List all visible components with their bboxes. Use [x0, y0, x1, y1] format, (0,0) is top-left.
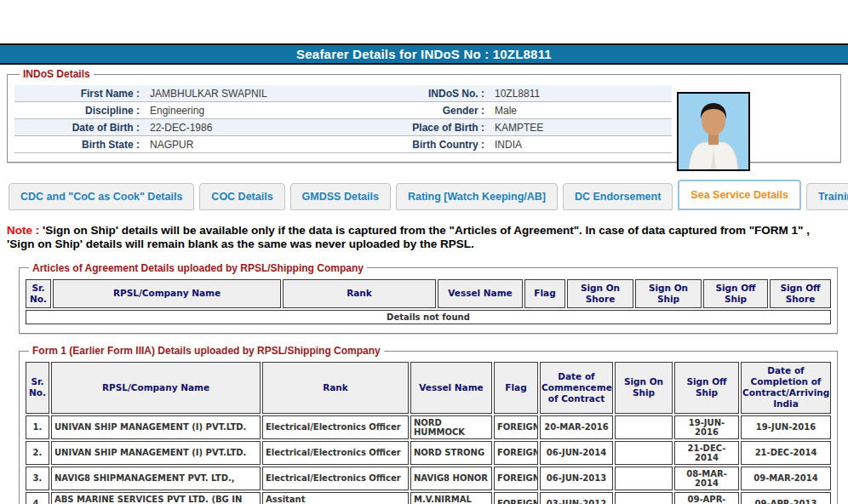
table-row: 3. NAVIG8 SHIPMANAGEMENT PVT. LTD., Elec… — [26, 467, 831, 490]
articles-of-agreement-legend: Articles of Agreement Details uploaded b… — [29, 262, 367, 274]
first-name-label: First Name : — [14, 88, 146, 100]
birth-state-value: NAGPUR — [146, 139, 393, 151]
sign-off-ship: 09-APR-2013 — [674, 492, 739, 504]
commencement-date: 20-MAR-2016 — [540, 415, 613, 439]
completion-date: 19-JUN-2016 — [741, 415, 831, 439]
seafarer-photo — [677, 92, 750, 171]
info-row-discipline: Discipline : Engineering Gender : Male — [14, 102, 672, 119]
rank: Electrical/Electronics Officer — [262, 467, 409, 490]
vessel-name: NAVIG8 HONOR — [410, 467, 492, 490]
articles-header-row: Sr. No. RPSL/Company Name Rank Vessel Na… — [26, 279, 831, 308]
table-row: 2. UNIVAN SHIP MANAGEMENT (I) PVT.LTD. E… — [26, 441, 831, 465]
birth-state-label: Birth State : — [14, 139, 146, 151]
sign-off-ship: 19-JUN-2016 — [674, 415, 739, 439]
completion-date: 09-APR-2013 — [741, 492, 831, 504]
col-sign-off-ship: Sign Off Ship — [703, 279, 768, 308]
company-name: UNIVAN SHIP MANAGEMENT (I) PVT.LTD. — [51, 441, 261, 465]
tab-rating-watch-keeping[interactable]: Rating [Watch Keeping/AB] — [396, 183, 558, 210]
articles-of-agreement-panel: Articles of Agreement Details uploaded b… — [19, 262, 838, 334]
detail-tabs: CDC and "CoC as Cook" Details COC Detail… — [9, 180, 848, 210]
sr-no: 3. — [26, 467, 49, 490]
sign-on-ship — [615, 415, 673, 439]
col-rank: Rank — [283, 279, 436, 308]
flag: FOREIGN — [494, 467, 538, 490]
commencement-date: 03-JUN-2012 — [540, 492, 613, 504]
tab-cdc-coc-cook[interactable]: CDC and "CoC as Cook" Details — [9, 183, 194, 210]
col-vessel-name: Vessel Name — [438, 279, 523, 308]
tab-dc-endorsement[interactable]: DC Endorsement — [563, 183, 673, 210]
completion-date: 21-DEC-2014 — [741, 441, 831, 465]
sign-off-ship: 21-DEC-2014 — [674, 441, 739, 465]
sign-on-ship — [615, 467, 673, 490]
col-sign-on-shore: Sign On Shore — [567, 279, 633, 308]
gender-value: Male — [491, 105, 672, 117]
first-name-value: JAMBHULKAR SWAPNIL — [146, 88, 393, 100]
note-text: 'Sign on Ship' details will be available… — [7, 224, 810, 250]
discipline-label: Discipline : — [14, 105, 146, 117]
sr-no: 1. — [26, 415, 49, 439]
birth-country-label: Birth Country : — [393, 139, 491, 151]
note-prefix: Note : — [7, 224, 39, 237]
tab-training-details[interactable]: Training Details — [806, 183, 848, 210]
commencement-date: 06-JUN-2013 — [540, 467, 613, 490]
col-flag: Flag — [494, 362, 538, 414]
info-row-birth: Date of Birth : 22-DEC-1986 Place of Bir… — [14, 119, 672, 136]
place-of-birth-label: Place of Birth : — [393, 122, 491, 134]
tab-gmdss-details[interactable]: GMDSS Details — [290, 183, 391, 210]
articles-empty-row: Details not found — [26, 310, 831, 324]
sr-no: 4. — [26, 492, 49, 504]
form1-panel: Form 1 (Earlier Form IIIA) Details uploa… — [19, 345, 838, 504]
sign-on-ship — [615, 492, 673, 504]
col-commencement-date: Date of Commencement of Contract — [540, 362, 613, 414]
sign-on-ship — [615, 441, 673, 465]
sign-on-ship-note: Note : 'Sign on Ship' details will be av… — [7, 224, 839, 251]
tab-coc-details[interactable]: COC Details — [199, 183, 284, 210]
col-rpsl-company: RPSL/Company Name — [53, 279, 281, 308]
col-vessel-name: Vessel Name — [410, 362, 492, 414]
indos-no-label: INDoS No. : — [393, 88, 491, 100]
col-rpsl-company: RPSL/Company Name — [51, 362, 261, 414]
company-name: UNIVAN SHIP MANAGEMENT (I) PVT.LTD. — [51, 415, 261, 439]
commencement-date: 06-JUN-2014 — [540, 441, 613, 465]
vessel-name: NORD HUMMOCK — [410, 415, 492, 439]
form1-header-row: Sr. No. RPSL/Company Name Rank Vessel Na… — [26, 362, 831, 414]
sign-off-ship: 08-MAR-2014 — [674, 467, 739, 490]
page-title: Seafarer Details for INDoS No : 10ZL8811 — [0, 43, 848, 65]
completion-date: 09-MAR-2014 — [741, 467, 831, 490]
company-name: NAVIG8 SHIPMANAGEMENT PVT. LTD., — [51, 467, 261, 490]
col-sr-no: Sr. No. — [26, 362, 49, 414]
flag: FOREIGN — [494, 415, 538, 439]
flag: FOREIGN — [494, 492, 538, 504]
tab-sea-service-details[interactable]: Sea Service Details — [678, 180, 801, 210]
vessel-name: M.V.NIRMAL GAUTAM — [410, 492, 492, 504]
details-not-found-message: Details not found — [26, 310, 831, 324]
indos-details-panel: INDoS Details First Name : JAMBHULKAR SW… — [7, 68, 841, 163]
gender-label: Gender : — [393, 105, 491, 117]
rank: Assitant Electrical/Electronics Officer — [262, 492, 409, 504]
col-sign-on-ship: Sign On Ship — [615, 362, 673, 414]
table-row: 1. UNIVAN SHIP MANAGEMENT (I) PVT.LTD. E… — [26, 415, 831, 439]
sr-no: 2. — [26, 441, 49, 465]
form1-table: Sr. No. RPSL/Company Name Rank Vessel Na… — [24, 360, 833, 504]
place-of-birth-value: KAMPTEE — [491, 122, 672, 134]
rank: Electrical/Electronics Officer — [262, 415, 409, 439]
col-sign-off-ship: Sign Off Ship — [674, 362, 739, 414]
info-row-state: Birth State : NAGPUR Birth Country : IND… — [14, 136, 672, 153]
vessel-name: NORD STRONG — [410, 441, 492, 465]
dob-value: 22-DEC-1986 — [146, 122, 393, 134]
rank: Electrical/Electronics Officer — [262, 441, 409, 465]
flag: FOREIGN — [494, 441, 538, 465]
col-sign-off-shore: Sign Off Shore — [770, 279, 831, 308]
table-row: 4. ABS MARINE SERVICES PVT LTD. (BG IN N… — [26, 492, 831, 504]
form1-legend: Form 1 (Earlier Form IIIA) Details uploa… — [29, 345, 384, 357]
dob-label: Date of Birth : — [14, 122, 146, 134]
info-row-name: First Name : JAMBHULKAR SWAPNIL INDoS No… — [14, 85, 672, 102]
col-rank: Rank — [262, 362, 409, 414]
articles-of-agreement-table: Sr. No. RPSL/Company Name Rank Vessel Na… — [24, 278, 833, 326]
indos-info-grid: First Name : JAMBHULKAR SWAPNIL INDoS No… — [14, 85, 672, 153]
discipline-value: Engineering — [146, 105, 393, 117]
col-completion-date: Date of Completion of Contract/Arriving … — [741, 362, 831, 414]
company-name: ABS MARINE SERVICES PVT LTD. (BG IN NEW … — [51, 492, 261, 504]
indos-no-value: 10ZL8811 — [491, 88, 672, 100]
col-sr-no: Sr. No. — [26, 279, 51, 308]
